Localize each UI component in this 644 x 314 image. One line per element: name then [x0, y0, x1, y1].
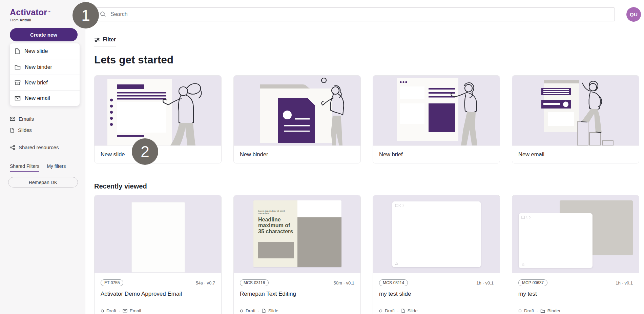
slide-thumbnail: Lorem ipsum dolor sit amet, consectetur … — [234, 195, 360, 273]
card-meta: Draft · Slide — [240, 308, 354, 313]
menu-item-label: New brief — [25, 80, 48, 86]
slide-preview — [392, 201, 481, 267]
recent-card-test-binder[interactable]: MCP-00637 1h · v0.1 my test Draft · Bind… — [512, 195, 639, 314]
thumbnail-toolbar-marks — [395, 204, 407, 207]
main-area: QU Filter Lets get started — [85, 0, 644, 314]
sidebar: Activator™ From Anthill Create new New s… — [0, 0, 85, 314]
card-new-brief[interactable]: New brief — [373, 75, 500, 163]
file-icon — [262, 309, 266, 313]
annotation-marker-2: 2 — [132, 138, 158, 165]
email-preview-sheet — [131, 202, 185, 273]
menu-item-label: New binder — [25, 64, 52, 70]
status-draft-icon — [379, 309, 382, 313]
create-new-menu: New slide New binder New brief New email — [10, 43, 80, 106]
sidebar-item-shared-resources[interactable]: Shared resources — [0, 142, 85, 153]
status-draft-icon — [101, 309, 104, 313]
thumbnail-corner-mark — [395, 262, 398, 265]
card-meta: Draft · Slide — [379, 308, 494, 313]
user-avatar[interactable]: QU — [626, 7, 641, 22]
menu-item-new-binder[interactable]: New binder — [10, 59, 80, 75]
status-draft-icon — [240, 309, 243, 313]
brief-box-icon — [15, 80, 21, 85]
card-new-binder[interactable]: New binder — [233, 75, 361, 163]
binder-thumbnail — [512, 195, 639, 273]
id-badge: MCS-03114 — [379, 279, 408, 286]
card-title: my test — [518, 291, 633, 297]
card-meta: Draft · Email — [101, 308, 215, 313]
menu-item-label: New email — [25, 95, 50, 101]
menu-item-new-brief[interactable]: New brief — [10, 75, 80, 90]
type-label: Email — [130, 308, 141, 313]
thumbnail-toolbar-marks — [521, 216, 533, 219]
thumbnail-corner-mark — [521, 263, 525, 266]
brand-logo: Activator™ From Anthill — [0, 0, 85, 22]
new-slide-illustration — [95, 76, 221, 145]
status-label: Draft — [106, 308, 116, 313]
sliders-filter-icon — [94, 37, 100, 42]
filter-button[interactable]: Filter — [94, 37, 116, 46]
status-label: Draft — [246, 308, 255, 313]
filter-button-label: Filter — [103, 37, 116, 43]
menu-item-new-email[interactable]: New email — [10, 90, 80, 106]
card-footer: MCS-03114 1h · v0.1 my test slide Draft … — [373, 273, 500, 313]
slide-preview: Lorem ipsum dolor sit amet, consectetur … — [253, 200, 341, 267]
recent-card-test-slide[interactable]: MCS-03114 1h · v0.1 my test slide Draft … — [373, 195, 500, 314]
card-label: New brief — [373, 145, 500, 163]
content: Filter Lets get started — [85, 28, 644, 314]
app-window: Activator™ From Anthill Create new New s… — [0, 0, 644, 314]
sidebar-item-slides[interactable]: Slides — [0, 124, 85, 136]
type-label: Slide — [408, 308, 418, 313]
recent-card-text-editing[interactable]: Lorem ipsum dolor sit amet, consectetur … — [233, 195, 361, 314]
card-new-email[interactable]: New email — [512, 75, 639, 163]
sidebar-item-label: Slides — [18, 127, 32, 133]
filter-tabs: Shared Filters My filters — [0, 158, 85, 172]
email-thumbnail — [95, 195, 221, 273]
status-draft-icon — [518, 309, 522, 313]
file-icon — [401, 309, 405, 313]
menu-item-new-slide[interactable]: New slide — [10, 43, 80, 59]
page-title: Lets get started — [94, 54, 644, 66]
menu-item-label: New slide — [24, 48, 48, 54]
create-new-button[interactable]: Create new — [10, 28, 78, 41]
filter-chip-remepan-dk[interactable]: Remepan DK — [8, 177, 78, 188]
type-label: Binder — [547, 308, 561, 313]
thumb-headline-text: Headline maximum of 35 characters — [258, 217, 293, 234]
card-footer: MCS-03116 50m · v0.1 Remepan Text Editin… — [234, 273, 360, 313]
card-footer: ET-0755 54s · v0.7 Activator Demo Approv… — [95, 273, 221, 313]
envelope-icon — [10, 117, 15, 121]
envelope-icon — [123, 309, 127, 313]
folder-icon — [540, 309, 545, 313]
topbar: QU — [85, 0, 644, 28]
card-meta: Draft · Binder — [518, 308, 633, 313]
sidebar-item-emails[interactable]: Emails — [0, 113, 85, 124]
thumb-kicker-text: Lorem ipsum dolor sit amet, consectetur — [258, 210, 293, 215]
sidebar-nav: Emails Slides Shared resources — [0, 113, 85, 153]
search-input[interactable] — [95, 7, 615, 21]
id-badge: MCS-03116 — [240, 279, 269, 286]
file-icon — [15, 48, 20, 54]
card-label: New email — [512, 145, 639, 163]
sidebar-item-label: Shared resources — [19, 144, 59, 150]
new-email-illustration — [512, 76, 639, 145]
id-badge: ET-0755 — [101, 279, 123, 286]
envelope-icon — [15, 96, 21, 101]
card-title: Activator Demo Approved Email — [101, 291, 215, 297]
card-label: New binder — [234, 145, 360, 163]
card-footer: MCP-00637 1h · v0.1 my test Draft · Bind… — [512, 273, 639, 313]
status-label: Draft — [385, 308, 395, 313]
search-icon — [100, 11, 106, 17]
search-box — [95, 7, 615, 21]
share-icon — [10, 145, 15, 150]
recently-viewed-row: ET-0755 54s · v0.7 Activator Demo Approv… — [94, 195, 644, 314]
file-icon — [10, 127, 15, 133]
recently-viewed-title: Recently viewed — [94, 182, 644, 190]
tab-my-filters[interactable]: My filters — [47, 163, 66, 172]
tab-shared-filters[interactable]: Shared Filters — [10, 163, 39, 172]
status-label: Draft — [524, 308, 534, 313]
thumb-image-placeholder — [258, 242, 294, 258]
recent-card-email[interactable]: ET-0755 54s · v0.7 Activator Demo Approv… — [94, 195, 222, 314]
type-label: Slide — [268, 308, 278, 313]
thumb-image-placeholder — [297, 217, 341, 267]
annotation-marker-1: 1 — [72, 2, 99, 28]
id-badge: MCP-00637 — [518, 279, 547, 286]
